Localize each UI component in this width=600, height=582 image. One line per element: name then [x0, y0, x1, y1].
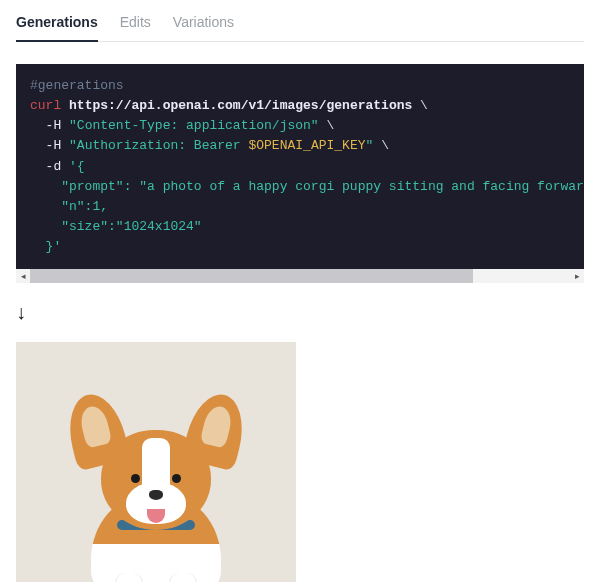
scroll-left-arrow-icon[interactable]: ◂	[16, 269, 30, 283]
tabs-bar: Generations Edits Variations	[16, 0, 584, 42]
code-block[interactable]: #generations curl https://api.openai.com…	[16, 64, 584, 269]
scroll-right-arrow-icon[interactable]: ▸	[570, 269, 584, 283]
down-arrow-icon: ↓	[16, 301, 584, 324]
scrollbar-track[interactable]	[30, 269, 570, 283]
horizontal-scrollbar[interactable]: ◂ ▸	[16, 269, 584, 283]
code-url: https://api.openai.com/v1/images/generat…	[69, 98, 412, 113]
code-comment: #generations	[30, 78, 124, 93]
scrollbar-thumb[interactable]	[30, 269, 473, 283]
corgi-illustration	[71, 394, 241, 582]
code-curl: curl	[30, 98, 61, 113]
tab-edits[interactable]: Edits	[120, 8, 151, 42]
code-example: #generations curl https://api.openai.com…	[16, 64, 584, 283]
tab-generations[interactable]: Generations	[16, 8, 98, 42]
code-env-var: $OPENAI_API_KEY	[248, 138, 365, 153]
generated-image	[16, 342, 296, 582]
tab-variations[interactable]: Variations	[173, 8, 234, 42]
